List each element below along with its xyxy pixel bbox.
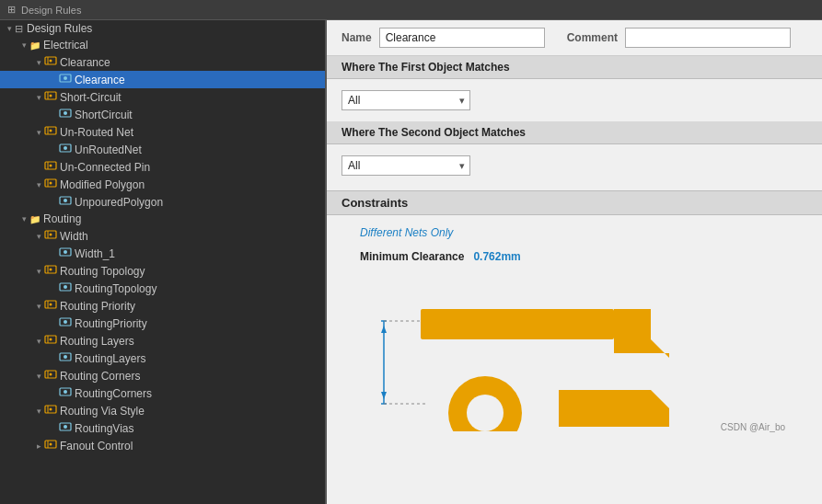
tree-item-routing-priority[interactable]: ▾Routing Priority <box>0 297 325 315</box>
expand-icon-routing-topology[interactable]: ▾ <box>33 266 44 277</box>
tree-item-routing-layers[interactable]: ▾Routing Layers <box>0 332 325 349</box>
tree-item-routing-topology[interactable]: ▾Routing Topology <box>0 262 325 280</box>
tree-label-clearance: Clearance <box>75 74 321 86</box>
sub-icon <box>59 386 72 400</box>
expand-icon-fanout-control[interactable]: ▸ <box>33 441 44 452</box>
tree-item-clearance[interactable]: Clearance <box>0 71 325 88</box>
svg-point-9 <box>64 111 67 115</box>
svg-point-47 <box>64 390 67 394</box>
first-object-section: Where The First Object Matches <box>327 56 822 79</box>
expand-icon-shortcircuit[interactable] <box>48 109 59 120</box>
tree-item-routing[interactable]: ▾📁Routing <box>0 211 325 227</box>
title-label: Design Rules <box>21 5 81 16</box>
expand-icon-routingpriority[interactable] <box>48 318 59 329</box>
tree-item-design-rules[interactable]: ▾⊟Design Rules <box>0 20 325 37</box>
expand-icon-un-routed-net[interactable]: ▾ <box>33 127 44 138</box>
svg-point-30 <box>50 269 52 271</box>
rule-icon <box>44 439 57 452</box>
first-object-dropdown-row: All Net Net Class Layer Custom Query <box>342 90 807 110</box>
tree-container: ▾⊟Design Rules▾📁Electrical▾Clearance Cle… <box>0 20 325 454</box>
tree-item-clearance-group[interactable]: ▾Clearance <box>0 53 325 71</box>
tree-label-un-connected-pin: Un-Connected Pin <box>60 161 321 174</box>
svg-point-52 <box>64 425 67 429</box>
expand-icon-routinglayers[interactable] <box>48 353 59 364</box>
tree-label-unpouredpolygon: UnpouredPolygon <box>75 196 321 209</box>
svg-point-35 <box>50 304 52 306</box>
second-object-select[interactable]: All Net Net Class Layer Custom Query <box>342 155 470 176</box>
expand-icon-modified-polygon[interactable]: ▾ <box>33 179 44 190</box>
tree-label-routing-via-style: Routing Via Style <box>60 405 321 418</box>
tree-label-routing-topology: Routing Topology <box>60 265 321 278</box>
svg-point-37 <box>64 320 67 324</box>
tree-label-design-rules: Design Rules <box>27 22 321 35</box>
expand-icon-routing[interactable]: ▾ <box>18 213 29 224</box>
svg-rect-63 <box>421 309 614 339</box>
name-input[interactable] <box>379 28 545 48</box>
sub-icon <box>59 195 72 209</box>
different-nets-label: Different Nets Only <box>360 226 807 239</box>
main-container: ▾⊟Design Rules▾📁Electrical▾Clearance Cle… <box>0 20 822 504</box>
sub-icon <box>59 316 72 330</box>
rule-icon <box>44 55 57 69</box>
svg-point-20 <box>50 182 52 185</box>
expand-icon-width1[interactable] <box>48 248 59 259</box>
tree-item-routingvias[interactable]: RoutingVias <box>0 419 325 437</box>
svg-point-50 <box>50 408 52 411</box>
svg-point-7 <box>50 95 52 97</box>
tree-item-routingtopology[interactable]: RoutingTopology <box>0 280 325 297</box>
tree-label-shortcircuit: ShortCircuit <box>75 109 321 121</box>
tree-label-routingpriority: RoutingPriority <box>75 317 321 330</box>
tree-label-width: Width <box>60 230 321 243</box>
expand-icon-routingcorners[interactable] <box>48 388 59 399</box>
tree-item-routing-corners[interactable]: ▾Routing Corners <box>0 367 325 384</box>
expand-icon-clearance[interactable] <box>48 74 59 86</box>
tree-label-routing-layers: Routing Layers <box>60 335 321 348</box>
tree-item-fanout-control[interactable]: ▸Fanout Control <box>0 437 325 454</box>
rule-icon <box>44 160 57 174</box>
svg-point-55 <box>50 443 52 446</box>
tree-item-short-circuit[interactable]: ▾Short-Circuit <box>0 88 325 106</box>
tree-label-routing: Routing <box>43 212 321 225</box>
expand-icon-electrical[interactable]: ▾ <box>18 40 29 51</box>
first-object-dropdown-wrapper[interactable]: All Net Net Class Layer Custom Query <box>342 90 470 110</box>
expand-icon-routingtopology[interactable] <box>48 283 59 294</box>
expand-icon-unpouredpolygon[interactable] <box>48 197 59 208</box>
tree-label-unroutednet: UnRoutedNet <box>75 143 321 156</box>
expand-icon-routing-corners[interactable]: ▾ <box>33 371 44 382</box>
expand-icon-design-rules[interactable]: ▾ <box>4 23 15 34</box>
second-object-dropdown-wrapper[interactable]: All Net Net Class Layer Custom Query <box>342 155 470 176</box>
rule-icon <box>44 125 57 139</box>
tree-item-shortcircuit[interactable]: ShortCircuit <box>0 106 325 123</box>
expand-icon-short-circuit[interactable]: ▾ <box>33 92 44 103</box>
svg-point-40 <box>50 338 52 341</box>
expand-icon-routingvias[interactable] <box>48 423 59 434</box>
tree-item-routinglayers[interactable]: RoutingLayers <box>0 349 325 367</box>
expand-icon-clearance-group[interactable]: ▾ <box>33 57 44 68</box>
tree-item-modified-polygon[interactable]: ▾Modified Polygon <box>0 176 325 193</box>
expand-icon-routing-layers[interactable]: ▾ <box>33 336 44 347</box>
first-object-select[interactable]: All Net Net Class Layer Custom Query <box>342 90 470 110</box>
tree-item-routingcorners[interactable]: RoutingCorners <box>0 384 325 402</box>
tree-item-unroutednet[interactable]: UnRoutedNet <box>0 141 325 158</box>
rule-icon <box>44 264 57 278</box>
tree-item-width1[interactable]: Width_1 <box>0 245 325 262</box>
expand-icon-unroutednet[interactable] <box>48 144 59 155</box>
tree-item-unpouredpolygon[interactable]: UnpouredPolygon <box>0 193 325 211</box>
tree-item-width[interactable]: ▾Width <box>0 227 325 245</box>
tree-item-un-routed-net[interactable]: ▾Un-Routed Net <box>0 123 325 141</box>
tree-label-routingtopology: RoutingTopology <box>75 282 321 295</box>
tree-item-routingpriority[interactable]: RoutingPriority <box>0 315 325 332</box>
expand-icon-routing-priority[interactable]: ▾ <box>33 301 44 312</box>
tree-item-electrical[interactable]: ▾📁Electrical <box>0 37 325 53</box>
expand-icon-width[interactable]: ▾ <box>33 231 44 242</box>
expand-icon-un-connected-pin[interactable] <box>33 162 44 173</box>
svg-point-27 <box>64 250 67 254</box>
tree-item-un-connected-pin[interactable]: Un-Connected Pin <box>0 158 325 176</box>
second-object-body: All Net Net Class Layer Custom Query <box>327 144 822 187</box>
expand-icon-routing-via-style[interactable]: ▾ <box>33 406 44 417</box>
sub-icon <box>59 351 72 365</box>
comment-input[interactable] <box>625 28 791 48</box>
folder-icon: 📁 <box>29 40 41 51</box>
left-panel[interactable]: ▾⊟Design Rules▾📁Electrical▾Clearance Cle… <box>0 20 327 504</box>
tree-item-routing-via-style[interactable]: ▾Routing Via Style <box>0 402 325 419</box>
